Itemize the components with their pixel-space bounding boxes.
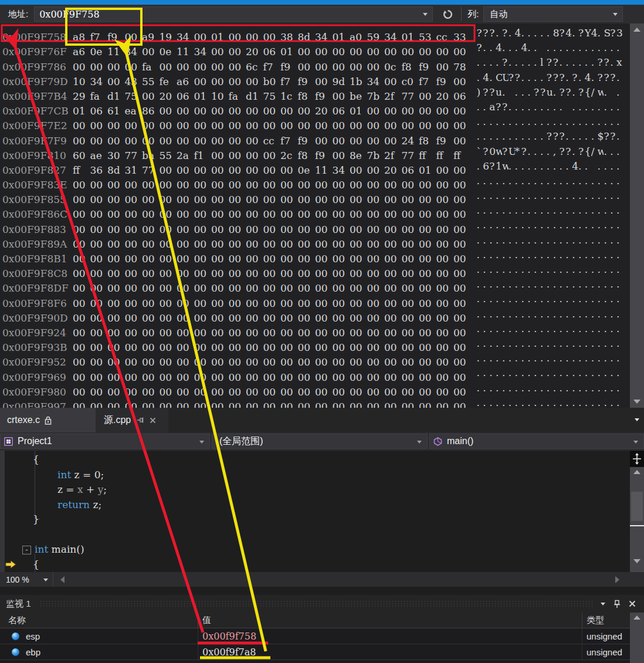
column-header-name[interactable]: 名称 (0, 613, 198, 628)
memory-scrollbar[interactable] (630, 23, 644, 408)
chevron-down-icon[interactable] (613, 13, 618, 16)
memory-byte[interactable]: 00 (142, 400, 160, 408)
memory-row[interactable]: 0x00F9F883000000000000000000000000000000… (0, 218, 630, 232)
scroll-down-icon[interactable] (633, 559, 640, 563)
close-icon[interactable] (629, 600, 636, 607)
refresh-button[interactable] (439, 6, 456, 22)
memory-byte[interactable]: 00 (402, 400, 419, 408)
memory-byte[interactable]: 00 (90, 400, 108, 408)
memory-ascii[interactable]: ....................... (477, 401, 623, 408)
column-header-value[interactable]: 值 (198, 613, 582, 628)
scroll-left-icon[interactable] (60, 576, 65, 583)
watch-name-cell[interactable]: ebp (0, 644, 198, 659)
memory-byte[interactable]: 00 (280, 400, 298, 408)
memory-byte[interactable]: 00 (367, 400, 385, 408)
memory-row[interactable]: 0x00F9F7F90000000000000000000000ccf7f900… (0, 129, 630, 144)
memory-row[interactable]: 0x00F9F924000000000000000000000000000000… (0, 322, 630, 336)
memory-byte[interactable]: 00 (315, 400, 333, 408)
scroll-down-icon[interactable] (633, 400, 640, 404)
tab-list-chevron-icon[interactable] (635, 418, 639, 421)
scroll-track[interactable] (630, 467, 644, 572)
memory-row[interactable]: 0x00F9F980000000000000000000000000000000… (0, 381, 630, 395)
memory-byte[interactable]: 00 (333, 400, 350, 408)
memory-byte[interactable]: 00 (263, 400, 281, 408)
code-line[interactable]: { (0, 452, 630, 468)
memory-byte[interactable]: 00 (229, 400, 246, 408)
memory-byte[interactable]: 00 (246, 400, 263, 408)
memory-row[interactable]: 0x00F9F827ff368d317700000000000000000e11… (0, 159, 630, 174)
memory-row[interactable]: 0x00F9F79D1034004355fea600000000b0f7f900… (0, 70, 630, 85)
watch-name-cell[interactable]: esp (0, 628, 198, 644)
tab-crtexe-c[interactable]: crtexe.c (0, 408, 96, 432)
address-input[interactable] (35, 8, 404, 21)
memory-row[interactable]: 0x00F9F855000000000000000000000000000000… (0, 188, 630, 203)
chevron-down-icon[interactable] (43, 579, 48, 581)
column-header-type[interactable]: 类型 (582, 613, 630, 628)
memory-byte[interactable]: 00 (453, 400, 471, 408)
watch-row[interactable]: ebp0x00f9f7a8unsigned (0, 644, 630, 660)
zoom-dropdown[interactable]: 100 % (0, 572, 53, 587)
window-position-chevron-icon[interactable] (601, 603, 605, 606)
memory-row[interactable]: 0x00F9F8DF000000000000000000000000000000… (0, 277, 630, 292)
memory-byte[interactable]: 00 (160, 400, 177, 408)
memory-row[interactable]: 0x00F9F83E000000000000000000000000000000… (0, 174, 630, 188)
memory-byte[interactable]: 00 (177, 400, 194, 408)
watch-value-cell[interactable]: 0x00f9f758 (198, 628, 582, 644)
memory-row[interactable]: 0x00F9F90D000000000000000000000000000000… (0, 307, 630, 322)
memory-row[interactable]: 0x00F9F7CB010661ea8600000000000000000020… (0, 100, 630, 114)
memory-row[interactable]: 0x00F9F969000000000000000000000000000000… (0, 366, 630, 380)
watch-empty-row[interactable] (0, 660, 630, 663)
chevron-down-icon[interactable] (199, 441, 204, 444)
scroll-thumb[interactable] (631, 492, 643, 521)
editor-hscrollbar[interactable]: 100 % (0, 572, 630, 587)
memory-row[interactable]: 0x00F9F81060ae3077ba552af1000000002cf8f9… (0, 144, 630, 159)
memory-view[interactable]: 0x00F9F758a8f7f900a919340001000000388d34… (0, 23, 630, 408)
tab-source-cpp[interactable]: 源.cpp (96, 408, 168, 432)
close-icon[interactable] (150, 417, 156, 424)
memory-row[interactable]: 0x00F9F8C8000000000000000000000000000000… (0, 262, 630, 277)
pin-icon[interactable] (614, 600, 621, 608)
code-line[interactable]: { (0, 557, 630, 573)
memory-row[interactable]: 0x00F9F76Fa60e1134000e113400002006010000… (0, 40, 630, 55)
watch-row[interactable]: esp0x00f9f758unsigned (0, 628, 630, 644)
memory-row[interactable]: 0x00F9F7B429fad1750020060110fad1751cf8f9… (0, 85, 630, 100)
code-line[interactable]: int z = 0; (0, 468, 630, 483)
memory-bytes[interactable]: 0000000000000000000000000000000000000000… (73, 401, 471, 408)
memory-row[interactable]: 0x00F9F997000000000000000000000000000000… (0, 395, 630, 408)
scroll-up-icon[interactable] (633, 615, 640, 620)
watch-titlebar[interactable]: 监视 1 (0, 595, 644, 613)
memory-byte[interactable]: 00 (107, 400, 125, 408)
address-combo[interactable] (34, 6, 433, 22)
memory-row[interactable]: 0x00F9F952000000000000000000000000000000… (0, 351, 630, 366)
code-editor[interactable]: {int z = 0;z = x + y;return z;}-int main… (0, 451, 630, 572)
watch-value-cell[interactable]: 0x00f9f7a8 (198, 644, 582, 659)
scope-dropdown[interactable]: (全局范围) (212, 434, 428, 449)
memory-row[interactable]: 0x00F9F78600000000fa00000000006cf7f90000… (0, 55, 630, 70)
memory-byte[interactable]: 00 (436, 400, 454, 408)
scroll-up-icon[interactable] (633, 28, 640, 32)
memory-row[interactable]: 0x00F9F758a8f7f900a919340001000000388d34… (0, 26, 630, 40)
code-line[interactable]: z = x + y; (0, 482, 630, 498)
editor-vscrollbar[interactable] (630, 451, 644, 587)
memory-row[interactable]: 0x00F9F86C000000000000000000000000000000… (0, 203, 630, 218)
code-line[interactable]: } (0, 512, 630, 527)
memory-byte[interactable]: 00 (419, 400, 436, 408)
memory-byte[interactable]: 00 (194, 400, 212, 408)
memory-row[interactable]: 0x00F9F89A000000000000000000000000000000… (0, 233, 630, 248)
project-dropdown[interactable]: Project1 (0, 434, 210, 449)
code-line[interactable]: -int main() (0, 542, 630, 557)
memory-byte[interactable]: 00 (125, 400, 143, 408)
chevron-down-icon[interactable] (417, 441, 422, 444)
chevron-down-icon[interactable] (633, 441, 638, 444)
memory-byte[interactable]: 00 (298, 400, 316, 408)
memory-byte[interactable]: 00 (384, 400, 402, 408)
scroll-right-icon[interactable] (615, 576, 619, 583)
chevron-down-icon[interactable] (423, 13, 428, 16)
memory-row[interactable]: 0x00F9F8B1000000000000000000000000000000… (0, 248, 630, 262)
method-dropdown[interactable]: main() (429, 434, 644, 449)
collapse-toggle[interactable]: - (22, 546, 31, 554)
code-line[interactable]: return z; (0, 498, 630, 513)
memory-byte[interactable]: 00 (350, 400, 367, 408)
memory-row[interactable]: 0x00F9F93B000000000000000000000000000000… (0, 336, 630, 351)
memory-row[interactable]: 0x00F9F7E2000000000000000000000000000000… (0, 114, 630, 129)
